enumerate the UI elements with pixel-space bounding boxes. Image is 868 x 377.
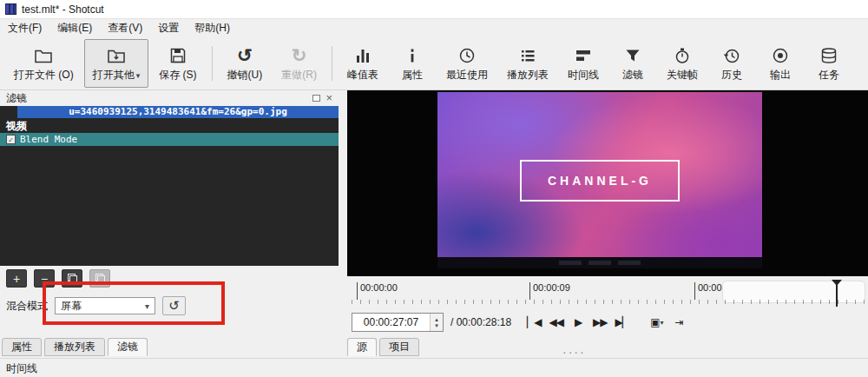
playlist-icon (518, 44, 537, 65)
skim-button[interactable]: ⇥ (670, 313, 687, 332)
toolbar-separator (212, 46, 213, 81)
player-ruler[interactable]: 00:00:00 00:00:09 00:00:1 (352, 280, 868, 307)
jobs-button[interactable]: 任务 (806, 39, 852, 88)
menu-bar: 文件(F) 编辑(E) 查看(V) 设置 帮助(H) (0, 19, 868, 37)
skip-to-start-button[interactable]: ▏◀ (525, 313, 542, 332)
blend-mode-select[interactable]: 屏幕 ▾ (55, 297, 155, 314)
ruler-overlay (722, 281, 865, 303)
fast-forward-button[interactable]: ▶▶ (591, 313, 608, 332)
toolbar-separator (332, 46, 332, 81)
blend-mode-row: 混合模式 屏幕 ▾ ↺ (0, 296, 186, 315)
menu-help[interactable]: 帮助(H) (187, 19, 238, 37)
undo-label: 撤销(U) (227, 68, 263, 83)
toolbar: 打开文件 (O) 打开其他 ▾ 保存 (S) ↺ 撤销(U) ↻ 重做(R) 峰… (0, 37, 868, 90)
rewind-button[interactable]: ◀◀ (548, 313, 565, 332)
current-time-spinbox[interactable]: 00:00:27:07 ▴ ▾ (352, 313, 444, 332)
clip-name-row[interactable]: u=3460939125,3149483641&fm=26&gp=0.jpg (17, 106, 339, 118)
menu-edit[interactable]: 编辑(E) (49, 19, 100, 37)
undo-button[interactable]: ↺ 撤销(U) (219, 39, 272, 88)
playback-buttons: ▏◀ ◀◀ ▶ ▶▶ ▶▏ ▣ ▾ ⇥ (525, 313, 687, 332)
peak-meter-icon (353, 44, 372, 65)
play-button[interactable]: ▶ (569, 313, 587, 332)
blend-mode-value: 屏幕 (61, 299, 82, 314)
peak-meter-button[interactable]: 峰值表 (339, 39, 387, 88)
playlist-label: 播放列表 (507, 68, 549, 83)
chevron-down-icon: ▾ (145, 301, 149, 311)
remove-filter-button[interactable]: − (34, 269, 55, 288)
title-bar: test.mlt* - Shotcut (0, 0, 868, 19)
close-panel-icon[interactable]: × (326, 93, 332, 103)
copy-filters-button[interactable] (62, 269, 82, 288)
menu-file[interactable]: 文件(F) (0, 19, 49, 37)
recent-label: 最近使用 (446, 68, 488, 83)
playlist-button[interactable]: 播放列表 (498, 39, 557, 88)
filters-panel-header: 滤镜 × (0, 90, 339, 106)
stopwatch-icon (673, 44, 692, 65)
menu-settings[interactable]: 设置 (150, 19, 187, 37)
tab-playlist[interactable]: 播放列表 (44, 338, 105, 356)
redo-icon: ↻ (292, 44, 307, 65)
total-duration: / 00:00:28:18 (450, 316, 511, 328)
open-file-label: 打开文件 (O) (14, 68, 74, 83)
time-spinner-arrows[interactable]: ▴ ▾ (430, 314, 443, 331)
open-other-button[interactable]: 打开其他 ▾ (84, 39, 149, 88)
filter-checkbox[interactable]: ✓ (6, 135, 16, 144)
tab-project[interactable]: 项目 (379, 338, 419, 356)
jobs-label: 任务 (819, 68, 839, 83)
recent-button[interactable]: 最近使用 (437, 39, 496, 88)
filters-label: 滤镜 (622, 68, 643, 83)
filter-list-item[interactable]: ✓ Blend Mode (0, 133, 339, 146)
history-icon (722, 44, 741, 65)
ruler-label: 00:00:00 (357, 282, 398, 300)
keyframes-button[interactable]: 关键帧 (658, 39, 707, 88)
history-label: 历史 (721, 68, 742, 83)
menu-view[interactable]: 查看(V) (100, 19, 150, 37)
timeline-icon (574, 44, 593, 65)
loop-menu-button[interactable]: ▣ ▾ (648, 313, 666, 332)
recent-icon (457, 44, 477, 65)
tab-filters[interactable]: 滤镜 (108, 338, 148, 356)
spin-up-icon[interactable]: ▴ (435, 316, 438, 322)
keyframes-label: 关键帧 (667, 68, 698, 83)
output-button[interactable]: 输出 (757, 39, 804, 88)
undo-icon: ↺ (237, 44, 253, 65)
video-overlay-box: CHANNEL-G (520, 160, 680, 202)
paste-filters-button[interactable] (89, 269, 110, 288)
filters-panel-title: 滤镜 (6, 91, 27, 106)
add-filter-button[interactable]: + (6, 269, 27, 288)
timeline-button[interactable]: 时间线 (559, 39, 608, 88)
redo-label: 重做(R) (281, 68, 317, 83)
open-other-icon (107, 44, 126, 65)
open-other-label: 打开其他 (93, 68, 135, 83)
float-panel-icon[interactable] (312, 95, 320, 102)
redo-button[interactable]: ↻ 重做(R) (273, 39, 326, 88)
skip-to-end-button[interactable]: ▶▏ (613, 313, 630, 332)
video-overlay-text: CHANNEL-G (548, 174, 652, 188)
open-other-dropdown-icon: ▾ (136, 71, 141, 80)
filter-funnel-icon (623, 44, 642, 65)
properties-button[interactable]: 属性 (389, 39, 436, 88)
filter-section-label: 视频 (0, 118, 339, 133)
open-file-button[interactable]: 打开文件 (O) (5, 39, 82, 88)
ruler-label: 00:00:09 (529, 282, 570, 300)
tab-properties[interactable]: 属性 (2, 338, 42, 356)
filter-actions: + − (6, 269, 110, 288)
filter-list: u=3460939125,3149483641&fm=26&gp=0.jpg 视… (0, 106, 339, 266)
jobs-icon (819, 44, 838, 65)
splitter-handle[interactable]: ···· (562, 345, 586, 359)
output-icon (771, 44, 790, 65)
spin-down-icon[interactable]: ▾ (435, 322, 438, 328)
reset-blend-mode-button[interactable]: ↺ (162, 296, 186, 315)
save-icon (168, 44, 187, 65)
video-bottom-bar (437, 257, 762, 268)
save-button[interactable]: 保存 (S) (150, 39, 205, 88)
playhead[interactable] (831, 280, 842, 307)
current-time-value[interactable]: 00:00:27:07 (352, 314, 430, 331)
window-title: test.mlt* - Shotcut (22, 3, 104, 16)
timeline-panel-title: 时间线 (6, 361, 37, 376)
tab-source[interactable]: 源 (347, 338, 377, 356)
history-button[interactable]: 历史 (708, 39, 755, 88)
filters-button[interactable]: 滤镜 (609, 39, 656, 88)
app-icon (5, 3, 16, 15)
properties-label: 属性 (402, 68, 423, 83)
